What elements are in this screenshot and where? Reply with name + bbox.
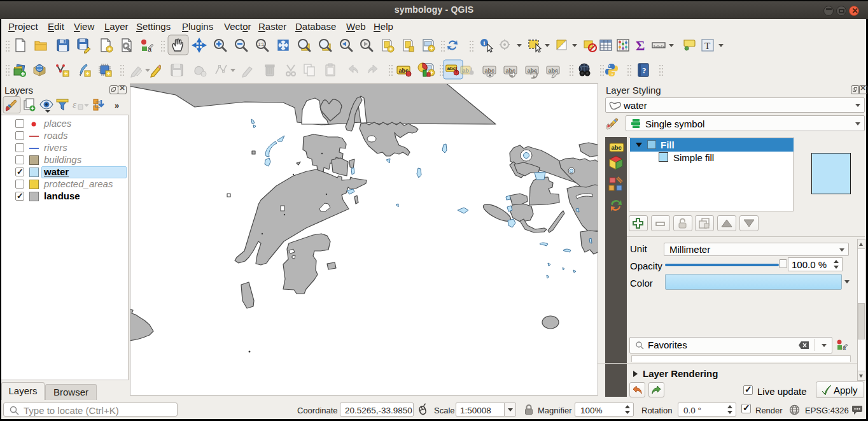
svg-text:abc: abc [528, 68, 538, 74]
svg-text:Σ: Σ [636, 38, 645, 54]
svg-text:ε: ε [73, 99, 76, 110]
svg-text:»: » [115, 101, 119, 110]
svg-text:?: ? [642, 66, 647, 75]
svg-text:abc: abc [485, 68, 495, 74]
svg-text:abc: abc [612, 144, 622, 151]
svg-text:T: T [704, 41, 710, 51]
svg-text:ab: ab [463, 68, 470, 74]
svg-text:1:1: 1:1 [258, 42, 265, 46]
svg-text:a: a [843, 345, 846, 351]
svg-text:i: i [484, 39, 486, 46]
svg-text:a: a [148, 45, 152, 53]
